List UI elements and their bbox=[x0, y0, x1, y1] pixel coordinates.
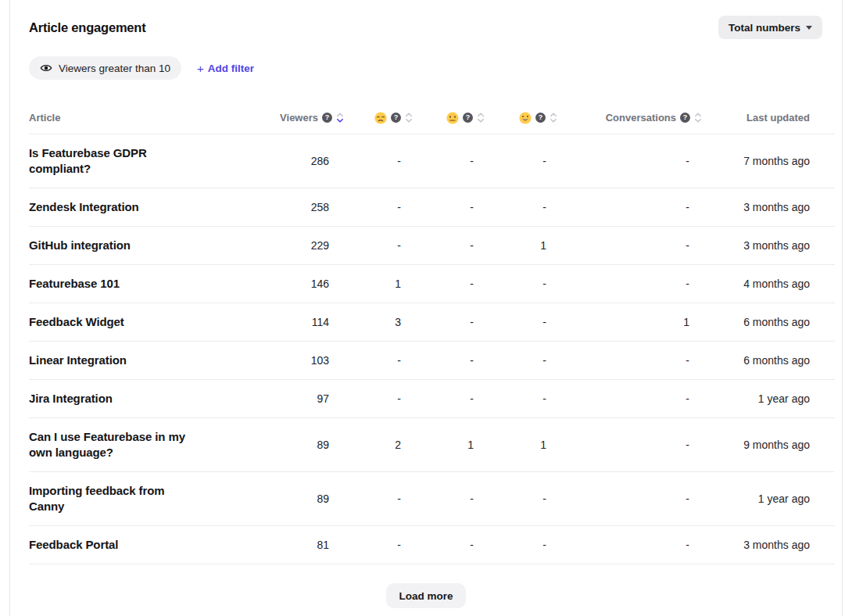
neutral-value: - bbox=[413, 155, 485, 167]
article-title-text: Zendesk Integration bbox=[29, 199, 139, 215]
table-row[interactable]: GitHub integration 229 - - 1 - 3 months … bbox=[29, 227, 835, 265]
article-title-text: Jira Integration bbox=[29, 391, 113, 406]
article-title-text: Linear Integration bbox=[29, 353, 127, 368]
column-header-neutral-reactions[interactable]: ? bbox=[413, 112, 485, 124]
column-header-last-updated: Last updated bbox=[702, 112, 835, 124]
last-updated-value: 9 months ago bbox=[702, 439, 835, 451]
conversations-value: - bbox=[557, 155, 702, 167]
happy-value: 1 bbox=[485, 239, 557, 252]
article-title: Feedback Portal bbox=[29, 537, 253, 553]
total-numbers-dropdown[interactable]: Total numbers bbox=[718, 16, 822, 39]
help-icon[interactable]: ? bbox=[463, 113, 473, 123]
article-title-text: Featurebase 101 bbox=[29, 276, 120, 292]
add-filter-label: Add filter bbox=[208, 63, 254, 74]
sad-value: - bbox=[344, 239, 413, 252]
viewers-value: 103 bbox=[253, 354, 344, 367]
add-filter-button[interactable]: + Add filter bbox=[197, 63, 254, 74]
table-row[interactable]: Importing feedback from Canny 89 - - - -… bbox=[29, 472, 835, 526]
last-updated-value: 3 months ago bbox=[702, 201, 835, 213]
article-title: Featurebase 101 bbox=[29, 276, 253, 292]
help-icon[interactable]: ? bbox=[322, 113, 332, 123]
sort-icon[interactable] bbox=[477, 112, 485, 124]
caret-down-icon bbox=[806, 26, 812, 30]
column-header-article: Article bbox=[29, 112, 253, 124]
last-updated-value: 4 months ago bbox=[702, 278, 835, 290]
column-header-happy-reactions[interactable]: ? bbox=[485, 112, 557, 124]
help-icon[interactable]: ? bbox=[535, 113, 546, 123]
table-row[interactable]: Zendesk Integration 258 - - - - 3 months… bbox=[29, 188, 835, 227]
conversations-value: - bbox=[557, 278, 702, 290]
conversations-value: - bbox=[557, 239, 702, 252]
happy-value: - bbox=[485, 539, 557, 551]
last-updated-value: 3 months ago bbox=[702, 239, 835, 252]
table-row[interactable]: Is Featurebase GDPR compliant? 286 - - -… bbox=[29, 134, 835, 188]
sort-icon[interactable] bbox=[336, 112, 344, 124]
article-table: Article Viewers ? bbox=[29, 102, 835, 564]
article-title-text: GitHub integration bbox=[29, 238, 131, 253]
total-numbers-label: Total numbers bbox=[728, 22, 800, 34]
neutral-value: - bbox=[413, 316, 485, 328]
filter-chip-label: Viewers greater than 10 bbox=[59, 63, 170, 74]
sad-value: - bbox=[344, 354, 413, 367]
happy-value: - bbox=[485, 201, 557, 213]
filter-row: Viewers greater than 10 + Add filter bbox=[10, 56, 842, 80]
neutral-value: - bbox=[413, 201, 485, 213]
happy-value: - bbox=[485, 155, 557, 167]
article-title: Is Featurebase GDPR compliant? bbox=[29, 145, 253, 177]
viewers-value: 97 bbox=[253, 392, 344, 405]
conversations-value: - bbox=[557, 354, 702, 367]
filter-chip-viewers[interactable]: Viewers greater than 10 bbox=[29, 56, 181, 80]
column-header-viewers[interactable]: Viewers ? bbox=[253, 112, 344, 124]
column-header-conversations[interactable]: Conversations ? bbox=[557, 112, 702, 124]
neutral-value: - bbox=[413, 392, 485, 405]
viewers-value: 89 bbox=[253, 439, 344, 451]
sad-value: - bbox=[344, 539, 413, 551]
sad-value: 2 bbox=[344, 439, 413, 451]
table-header: Article Viewers ? bbox=[29, 102, 835, 134]
conversations-value: 1 bbox=[557, 316, 702, 328]
load-more-button[interactable]: Load more bbox=[386, 583, 465, 608]
neutral-value: - bbox=[413, 278, 485, 290]
table-row[interactable]: Feedback Widget 114 3 - - 1 6 months ago bbox=[29, 303, 835, 342]
neutral-value: - bbox=[413, 492, 485, 505]
sort-icon[interactable] bbox=[550, 112, 557, 124]
article-engagement-panel: Article engagement Total numbers Viewers… bbox=[0, 0, 852, 616]
sort-icon[interactable] bbox=[694, 112, 702, 124]
viewers-value: 81 bbox=[253, 539, 344, 551]
eye-icon bbox=[40, 62, 52, 74]
article-title: Linear Integration bbox=[29, 353, 253, 368]
table-row[interactable]: Feedback Portal 81 - - - - 3 months ago bbox=[29, 526, 835, 564]
article-title: Zendesk Integration bbox=[29, 199, 253, 215]
last-updated-value: 6 months ago bbox=[702, 354, 835, 367]
neutral-value: 1 bbox=[413, 439, 485, 451]
column-header-sad-reactions[interactable]: ? bbox=[344, 112, 413, 124]
article-title: Jira Integration bbox=[29, 391, 253, 406]
happy-value: - bbox=[485, 316, 557, 328]
article-title: Feedback Widget bbox=[29, 314, 253, 330]
article-title-text: Is Featurebase GDPR compliant? bbox=[29, 145, 198, 177]
last-updated-value: 3 months ago bbox=[702, 539, 835, 551]
help-icon[interactable]: ? bbox=[680, 113, 690, 123]
article-title-text: Feedback Widget bbox=[29, 314, 124, 330]
happy-value: - bbox=[485, 354, 557, 367]
help-icon[interactable]: ? bbox=[391, 113, 401, 123]
topbar: Article engagement Total numbers bbox=[10, 16, 842, 39]
viewers-value: 146 bbox=[253, 278, 344, 290]
table-row[interactable]: Can I use Featurebase in my own language… bbox=[29, 418, 835, 472]
table-row[interactable]: Linear Integration 103 - - - - 6 months … bbox=[29, 342, 835, 380]
last-updated-value: 1 year ago bbox=[702, 492, 835, 505]
conversations-value: - bbox=[557, 492, 702, 505]
viewers-value: 114 bbox=[253, 316, 344, 328]
sad-face-icon bbox=[374, 112, 387, 124]
table-row[interactable]: Jira Integration 97 - - - - 1 year ago bbox=[29, 380, 835, 418]
sad-value: - bbox=[344, 201, 413, 213]
sad-value: 3 bbox=[344, 316, 413, 328]
table-row[interactable]: Featurebase 101 146 1 - - - 4 months ago bbox=[29, 265, 835, 303]
conversations-value: - bbox=[557, 539, 702, 551]
viewers-value: 229 bbox=[253, 239, 344, 252]
happy-value: - bbox=[485, 392, 557, 405]
sort-icon[interactable] bbox=[405, 112, 413, 124]
last-updated-value: 6 months ago bbox=[702, 316, 835, 328]
viewers-value: 89 bbox=[253, 492, 344, 505]
article-title-text: Feedback Portal bbox=[29, 537, 118, 553]
